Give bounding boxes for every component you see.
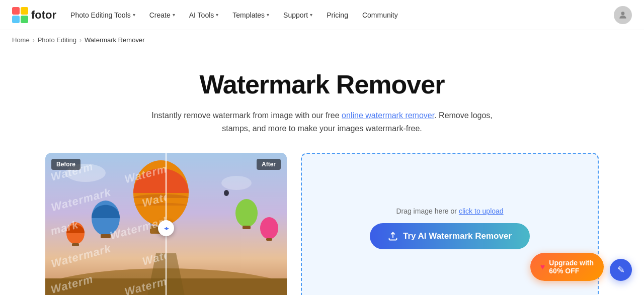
svg-rect-1 [21,7,28,15]
breadcrumb-photo-editing[interactable]: Photo Editing [38,36,76,44]
upgrade-label: Upgrade with60% OFF [549,259,594,275]
nav: Photo Editing Tools ▾ Create ▾ AI Tools … [64,8,614,22]
nav-templates[interactable]: Templates ▾ [226,8,275,22]
chevron-down-icon: ▾ [173,12,175,18]
try-ai-watermark-remover-button[interactable]: Try AI Watermark Remover [370,223,530,249]
svg-rect-2 [12,16,20,23]
svg-point-4 [621,12,625,15]
breadcrumb-sep-2: › [79,37,82,44]
svg-rect-26 [166,278,287,295]
breadcrumb-current: Watermark Remover [85,36,144,44]
after-label: After [257,159,281,170]
balloon-svg-after [166,153,287,295]
page-title: Watermark Remover [12,70,632,99]
svg-rect-37 [243,226,251,229]
header: fotor Photo Editing Tools ▾ Create ▾ AI … [0,0,644,30]
svg-point-42 [221,176,252,190]
nav-support-label: Support [283,11,308,19]
pencil-icon: ✎ [617,264,625,275]
svg-rect-3 [21,16,28,23]
svg-point-40 [224,190,229,196]
nav-templates-label: Templates [232,11,265,19]
nav-ai-tools-label: AI Tools [189,11,214,19]
upload-hint: Drag image here or click to upload [396,207,503,215]
nav-community-label: Community [362,11,398,19]
nav-ai-tools[interactable]: AI Tools ▾ [183,8,225,22]
nav-support[interactable]: Support ▾ [277,8,318,22]
try-button-label: Try AI Watermark Remover [403,231,512,241]
chevron-down-icon: ▾ [133,12,135,18]
logo[interactable]: fotor [12,7,56,23]
subtitle-part1: Instantly remove watermark from image wi… [151,111,342,120]
slider-handle[interactable]: ◂▸ [158,220,174,236]
nav-right [614,6,632,24]
slider-arrows-icon: ◂▸ [164,225,168,232]
nav-photo-editing-tools[interactable]: Photo Editing Tools ▾ [64,8,141,22]
breadcrumb-home[interactable]: Home [12,36,30,44]
svg-point-38 [260,217,278,239]
heart-icon: ♥ [540,262,545,271]
two-column-layout: Waterm Watermark Watermark Wate mark Wat… [45,153,599,295]
user-icon [618,10,628,20]
svg-rect-14 [101,234,111,238]
page-subtitle: Instantly remove watermark from image wi… [151,109,493,135]
edit-fab[interactable]: ✎ [610,259,632,281]
nav-pricing[interactable]: Pricing [320,8,354,22]
chevron-down-icon: ▾ [216,12,218,18]
click-to-upload-link[interactable]: click to upload [459,207,504,215]
svg-rect-0 [12,7,20,15]
svg-rect-39 [266,238,272,241]
nav-community[interactable]: Community [356,8,404,22]
chevron-down-icon: ▾ [267,12,269,18]
before-label: Before [51,159,80,170]
nav-create-label: Create [149,11,171,19]
subtitle-link[interactable]: online watermark remover [342,111,434,120]
upgrade-badge[interactable]: ♥ Upgrade with60% OFF [530,253,604,281]
svg-point-36 [235,199,258,227]
breadcrumb-sep-1: › [33,37,35,44]
logo-icon [12,7,28,23]
nav-photo-editing-tools-label: Photo Editing Tools [70,11,131,19]
upload-icon [388,231,398,241]
nav-create[interactable]: Create ▾ [143,8,181,22]
nav-pricing-label: Pricing [327,11,348,19]
svg-rect-16 [72,243,79,246]
avatar[interactable] [614,6,632,24]
before-after-container: Waterm Watermark Watermark Wate mark Wat… [45,153,287,295]
chevron-down-icon: ▾ [310,12,312,18]
breadcrumb: Home › Photo Editing › Watermark Remover [0,30,644,50]
after-image [166,153,287,295]
logo-text: fotor [31,9,56,22]
